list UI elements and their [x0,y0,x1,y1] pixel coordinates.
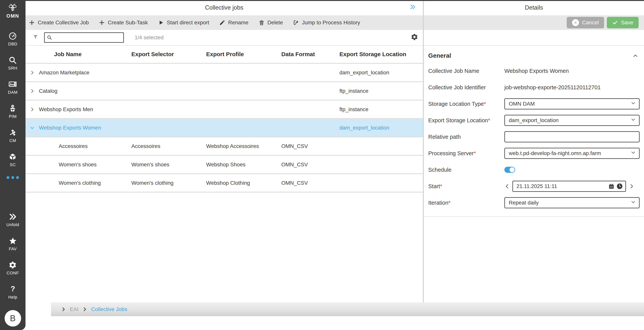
sidebar-item-dam[interactable]: DAM [8,80,18,95]
field-label: Relative path [428,134,504,140]
chevron-up-icon[interactable] [632,53,638,59]
cell-storage-location: dam_export_location [340,69,423,76]
left-panel-titlebar: Collective jobs [26,0,423,15]
chevron-left-icon[interactable] [504,183,510,189]
product-box-icon: P [8,104,17,113]
sidebar-item-fav[interactable]: FAV [8,237,17,251]
table-row[interactable]: Webshop Exports Menftp_instance [26,101,423,119]
field-select[interactable]: web.t.pd-develop-fa-night.omn.ap.farm [504,148,640,159]
column-header[interactable]: Export Profile [206,51,281,57]
filter-row: 1/4 selected [26,30,423,46]
column-header[interactable]: Export Selector [131,51,206,57]
cell-export-profile: Webshop Clothing [206,180,281,186]
cell-data-format: OMN_CSV [281,143,340,149]
sidebar-item-dbd[interactable]: DBD [8,32,18,46]
row-chevron-right-icon[interactable] [29,70,35,75]
sidebar-item-help[interactable]: ?Help [8,285,17,300]
table-row[interactable]: Women's clothingWomen's clothingWebshop … [26,174,423,193]
cell-job-name: Accessoires [39,143,131,149]
required-asterisk: * [484,101,486,107]
chevron-right-icon[interactable] [629,183,634,189]
sidebar-item-label: CONF [6,271,19,276]
sidebar: OMN DBDSRHDAMPPIMCMSC UnfoldFAVCONF?Help… [0,0,26,330]
field-label: Start* [428,183,504,190]
sidebar-item-srh[interactable]: SRH [8,56,18,71]
field-select[interactable]: Repeat daily [504,197,640,208]
field-row-relative-path: Relative path [428,129,640,145]
field-row-iteration: Iteration*Repeat daily [428,195,640,211]
toolbar-button-start-direct-export[interactable]: Start direct export [158,19,209,26]
details-content: General Collective Job NameWebshop Expor… [424,46,644,316]
table-row[interactable]: Women's shoesWomen's shoesWebshop ShoesO… [26,156,423,174]
branch-arrows-icon [8,128,17,137]
breadcrumb-item-collective-jobs[interactable]: Collective Jobs [91,306,127,312]
right-panel-title: Details [525,4,543,11]
svg-text:P: P [12,105,14,107]
search-box [44,32,124,43]
field-input[interactable] [504,131,640,142]
table-settings-gear-icon[interactable] [410,33,418,42]
play-icon [158,19,164,26]
sidebar-item-label: SRH [8,66,18,71]
cell-storage-location: dam_export_location [340,125,423,131]
row-chevron-down-icon[interactable] [29,125,35,131]
table-row[interactable]: Catalogftp_instance [26,82,423,101]
search-input[interactable] [52,33,123,42]
column-header[interactable]: Data Format [281,51,340,57]
double-chevron-right-icon[interactable] [409,3,416,12]
search-icon [46,35,52,40]
sidebar-more-button[interactable] [6,176,19,179]
toolbar-button-create-collective-job[interactable]: Create Collective Job [29,19,89,26]
required-asterisk: * [440,183,442,189]
toolbar-button-rename[interactable]: Rename [219,19,248,26]
cell-export-selector: Women's shoes [131,162,206,168]
bee-logo-icon [8,3,17,12]
field-row-start: Start*21.11.2025 11:11 [428,178,640,195]
sidebar-item-unfold[interactable]: Unfold [6,212,19,227]
toolbar-button-jump-to-process-history[interactable]: Jump to Process History [293,19,360,26]
cell-data-format: OMN_CSV [281,162,340,168]
sidebar-item-pim[interactable]: PPIM [8,104,17,119]
sidebar-item-conf[interactable]: CONF [6,261,19,276]
clock-icon[interactable] [616,183,623,190]
sidebar-item-cm[interactable]: CM [8,128,17,143]
cell-export-profile: Webshop Accessoires [206,143,281,149]
toolbar-button-create-sub-task[interactable]: Create Sub-Task [99,19,148,26]
row-chevron-right-icon[interactable] [29,107,35,112]
help-icon: ? [8,285,17,294]
cell-storage-location: ftp_instance [340,106,423,112]
datetime-input[interactable]: 21.11.2025 11:11 [512,181,626,192]
save-button[interactable]: Save [607,17,639,28]
schedule-toggle[interactable] [504,167,515,173]
breadcrumb-item-eai[interactable]: EAI [70,306,78,312]
cancel-button[interactable]: Cancel [567,17,604,28]
toolbar-button-delete[interactable]: Delete [258,19,283,26]
column-header[interactable]: Job Name [39,51,131,57]
plus-icon [29,19,35,26]
chevron-down-icon [630,101,636,107]
general-section-header[interactable]: General [424,52,644,59]
table-row[interactable]: Amazon Marketplacedam_export_location [26,64,423,82]
row-chevron-right-icon[interactable] [29,88,35,94]
calendar-icon[interactable] [608,183,615,190]
user-avatar[interactable]: B [4,310,21,327]
chevron-down-icon [630,200,636,206]
cell-job-name: Women's shoes [39,162,131,168]
column-header[interactable]: Export Storage Location [340,51,423,57]
sidebar-item-sc[interactable]: SC [8,152,17,167]
selection-count: 1/4 selected [135,34,164,41]
table-rows: Amazon Marketplacedam_export_locationCat… [26,63,423,193]
field-row-schedule: Schedule [428,162,640,178]
sidebar-logo[interactable]: OMN [6,3,19,19]
filter-funnel-icon[interactable] [32,34,38,41]
chevron-down-icon [630,150,636,157]
field-select[interactable]: dam_export_location [504,115,640,126]
left-panel-title: Collective jobs [205,4,243,11]
main-area: Collective jobs Create Collective JobCre… [26,0,644,316]
table-row[interactable]: Webshop Exports Womendam_export_location [26,119,423,137]
sidebar-item-label: DAM [8,90,18,95]
table-row[interactable]: AccessoiresAccessoiresWebshop Accessoire… [26,137,423,156]
plus-icon [99,19,105,26]
top-strip [0,0,644,1]
field-select[interactable]: OMN DAM [504,98,640,109]
